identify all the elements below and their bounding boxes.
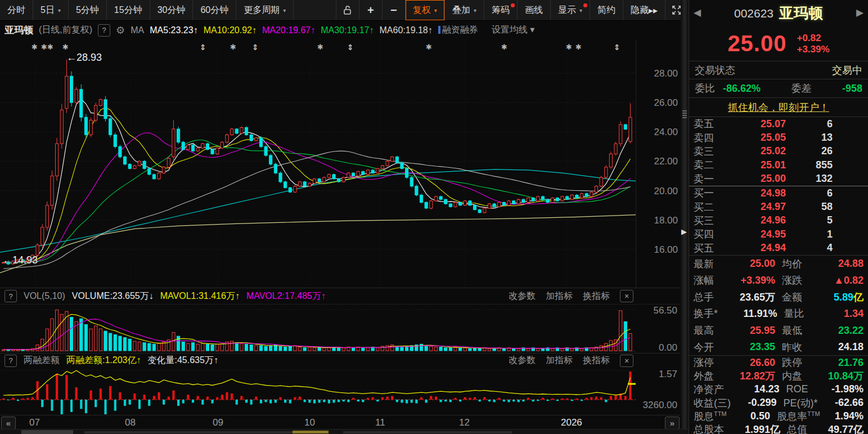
margin-links: 改参数加指标换指标× bbox=[509, 355, 681, 367]
time-tick-label: 09 bbox=[213, 417, 223, 428]
news-marker-icon[interactable]: ✱ bbox=[32, 43, 38, 51]
period-button-更多周期[interactable]: 更多周期▾ bbox=[236, 0, 294, 20]
link-换指标[interactable]: 换指标 bbox=[583, 355, 610, 366]
statusbar-highlight bbox=[293, 431, 329, 433]
lock-button[interactable] bbox=[336, 0, 359, 20]
trend-arrow-icon: ↑ bbox=[311, 25, 315, 35]
period-label: 分时 bbox=[7, 5, 25, 16]
volume-chart[interactable] bbox=[0, 305, 636, 353]
news-marker-icon[interactable]: ✱ bbox=[575, 43, 582, 51]
period-button-60分钟[interactable]: 60分钟 bbox=[193, 0, 236, 20]
dividend-marker-icon[interactable]: ⇕ bbox=[252, 43, 259, 52]
news-marker-icon[interactable]: ✱ bbox=[317, 43, 323, 51]
ma-settings-label: 设置均线 bbox=[492, 25, 528, 34]
period-button-30分钟[interactable]: 30分钟 bbox=[150, 0, 194, 20]
close-icon[interactable]: × bbox=[620, 355, 633, 367]
ma-text: MA10:20.92 bbox=[204, 25, 252, 35]
link-加指标[interactable]: 加指标 bbox=[546, 290, 573, 302]
level-label: 卖一 bbox=[694, 172, 723, 186]
tool-button-画线[interactable]: 画线 bbox=[518, 0, 551, 20]
margin-balance-chart[interactable] bbox=[0, 368, 636, 415]
chevron-down-icon: ▾ bbox=[579, 7, 582, 14]
link-改参数[interactable]: 改参数 bbox=[509, 355, 536, 366]
vol-value-1: VOLUME:23.655万↓ bbox=[72, 290, 154, 302]
lock-open-icon bbox=[343, 5, 353, 15]
margin-trading-link[interactable]: 融资融券 bbox=[438, 24, 478, 36]
stats-row: 最新25.00均价24.88 bbox=[689, 256, 868, 272]
zoom-out-button[interactable]: − bbox=[383, 0, 406, 20]
weicha-value: -958 bbox=[842, 83, 862, 95]
news-marker-icon[interactable]: ✱ bbox=[426, 43, 432, 51]
quote-panel: ◀ 002623 亚玛顿 ▶ 25.00 +0.82 +3.39% 交易状态 交… bbox=[689, 0, 868, 434]
tool-button-隐藏[interactable]: 隐藏 ▸▸ bbox=[623, 0, 665, 20]
ma-settings-link[interactable]: 设置均线 ▾ bbox=[492, 24, 534, 36]
stat-label: 总手 bbox=[694, 290, 714, 304]
news-marker-icon[interactable]: ✱ bbox=[62, 43, 69, 51]
stat-value: 23.65万 bbox=[714, 290, 775, 304]
candle-svg[interactable] bbox=[0, 39, 636, 288]
trend-arrow-icon: ↑ bbox=[321, 291, 326, 301]
stat-value: -0.299 bbox=[731, 397, 777, 409]
help-icon[interactable]: ? bbox=[5, 290, 17, 302]
tool-button-复权[interactable]: 复权▾ bbox=[406, 0, 445, 20]
link-加指标[interactable]: 加指标 bbox=[546, 355, 573, 366]
stat-label-superscript: TTM bbox=[714, 410, 727, 417]
news-marker-icon[interactable]: ✱ bbox=[501, 43, 507, 51]
splitter-collapse-arrow[interactable]: ▶ bbox=[681, 227, 687, 236]
period-button-5分钟[interactable]: 5分钟 bbox=[69, 0, 107, 20]
level-label: 卖五 bbox=[694, 117, 723, 131]
prev-stock-button[interactable]: ◀ bbox=[694, 7, 701, 19]
stock-name: 亚玛顿 bbox=[779, 3, 823, 23]
tool-label: 叠加 bbox=[452, 5, 470, 16]
period-button-5日[interactable]: 5日▾ bbox=[33, 0, 69, 20]
trade-status-row: 交易状态 交易中 bbox=[689, 61, 868, 79]
ma-text: MA30:19.17 bbox=[321, 25, 369, 35]
event-marker-row: ✱✱✱✱✱✱✱✱✱✱⇕⇕⇕⇕ bbox=[0, 43, 636, 52]
close-icon[interactable]: × bbox=[620, 290, 633, 302]
period-button-分时[interactable]: 分时 bbox=[0, 0, 33, 20]
level-quantity: 4 bbox=[786, 242, 863, 254]
ma-text: MA60:19.18 bbox=[379, 25, 428, 35]
stats-row: 涨幅+3.39%涨跌▲0.82 bbox=[689, 272, 868, 289]
link-换指标[interactable]: 换指标 bbox=[583, 290, 610, 302]
main-candle-chart[interactable] bbox=[0, 39, 636, 288]
dividend-marker-icon[interactable]: ⇕ bbox=[614, 43, 620, 52]
help-icon[interactable]: ? bbox=[5, 355, 17, 367]
level-quantity: 58 bbox=[786, 201, 863, 213]
zoom-in-button[interactable]: + bbox=[359, 0, 383, 20]
level-quantity: 6 bbox=[786, 118, 863, 130]
chevron-down-icon: ▾ bbox=[434, 7, 437, 14]
period-button-15分钟[interactable]: 15分钟 bbox=[107, 0, 150, 20]
price-tick-label: 28.00 bbox=[636, 68, 678, 79]
news-marker-icon[interactable]: ✱ bbox=[230, 43, 236, 51]
dividend-marker-icon[interactable]: ⇕ bbox=[347, 43, 354, 52]
panel-splitter[interactable]: ▶ bbox=[681, 0, 689, 429]
next-stock-button[interactable]: ▶ bbox=[856, 7, 863, 19]
tool-button-叠加[interactable]: 叠加▾ bbox=[445, 0, 484, 20]
stat-value: 12.82万 bbox=[714, 369, 775, 383]
news-marker-icon[interactable]: ✱ bbox=[41, 43, 47, 51]
time-tick-label: 07 bbox=[29, 417, 40, 428]
tool-button-显示[interactable]: 显示▾ bbox=[551, 0, 590, 20]
tool-button-简约[interactable]: 简约 bbox=[590, 0, 623, 20]
news-marker-icon[interactable]: ✱ bbox=[566, 43, 572, 51]
scroll-left-button[interactable]: « bbox=[1, 417, 16, 429]
splitter-grip[interactable] bbox=[682, 110, 687, 119]
dividend-marker-icon[interactable]: ⇕ bbox=[200, 43, 206, 52]
open-account-link[interactable]: 抓住机会，即刻开户！ bbox=[728, 101, 829, 114]
help-icon[interactable]: ? bbox=[98, 24, 110, 37]
stat-value: 21.76 bbox=[802, 357, 863, 369]
order-book-row: 卖三25.0226 bbox=[689, 145, 868, 158]
link-改参数[interactable]: 改参数 bbox=[509, 290, 536, 302]
scroll-right-button[interactable]: » bbox=[665, 417, 680, 429]
gear-icon[interactable]: ⚙ bbox=[116, 24, 125, 37]
statusbar-item[interactable] bbox=[21, 430, 73, 434]
margin-svg[interactable] bbox=[0, 368, 636, 415]
volume-svg[interactable] bbox=[0, 305, 636, 353]
stat-value: 1.94% bbox=[820, 410, 863, 422]
stat-label: 跌停 bbox=[782, 356, 802, 369]
tool-label: 显示 bbox=[558, 5, 576, 16]
news-marker-icon[interactable]: ✱ bbox=[47, 43, 53, 51]
status-label: 交易状态 bbox=[695, 64, 735, 77]
tool-button-筹码[interactable]: 筹码 bbox=[484, 0, 518, 20]
